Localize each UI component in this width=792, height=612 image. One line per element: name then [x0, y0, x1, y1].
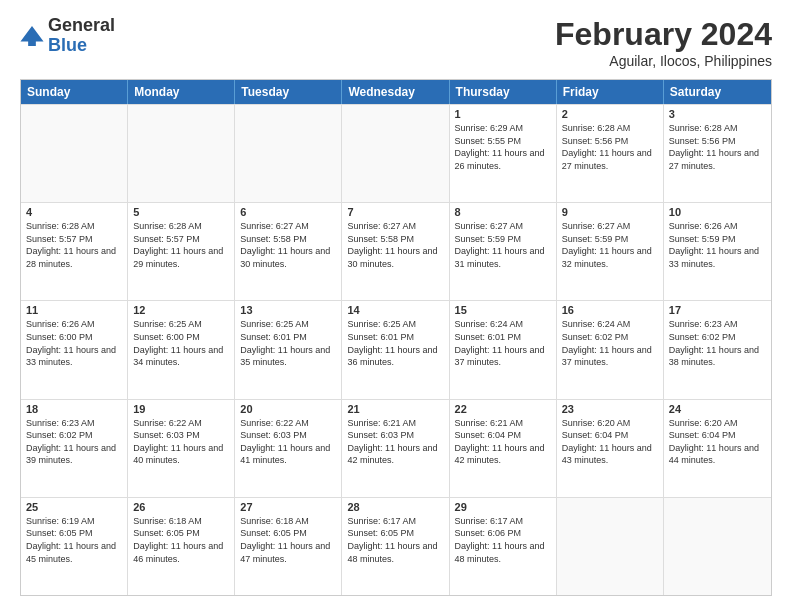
calendar-header-cell: Thursday — [450, 80, 557, 104]
calendar-cell: 17Sunrise: 6:23 AM Sunset: 6:02 PM Dayli… — [664, 301, 771, 398]
calendar-cell: 1Sunrise: 6:29 AM Sunset: 5:55 PM Daylig… — [450, 105, 557, 202]
calendar-body: 1Sunrise: 6:29 AM Sunset: 5:55 PM Daylig… — [21, 104, 771, 595]
calendar-cell: 27Sunrise: 6:18 AM Sunset: 6:05 PM Dayli… — [235, 498, 342, 595]
logo-text: General Blue — [48, 16, 115, 56]
calendar-cell: 15Sunrise: 6:24 AM Sunset: 6:01 PM Dayli… — [450, 301, 557, 398]
sun-info: Sunrise: 6:26 AM Sunset: 6:00 PM Dayligh… — [26, 318, 122, 368]
calendar-cell: 7Sunrise: 6:27 AM Sunset: 5:58 PM Daylig… — [342, 203, 449, 300]
day-number: 26 — [133, 501, 229, 513]
calendar-row: 25Sunrise: 6:19 AM Sunset: 6:05 PM Dayli… — [21, 497, 771, 595]
calendar-cell: 6Sunrise: 6:27 AM Sunset: 5:58 PM Daylig… — [235, 203, 342, 300]
calendar-cell: 2Sunrise: 6:28 AM Sunset: 5:56 PM Daylig… — [557, 105, 664, 202]
calendar-cell: 9Sunrise: 6:27 AM Sunset: 5:59 PM Daylig… — [557, 203, 664, 300]
logo-icon — [20, 26, 44, 46]
day-number: 23 — [562, 403, 658, 415]
sun-info: Sunrise: 6:26 AM Sunset: 5:59 PM Dayligh… — [669, 220, 766, 270]
calendar-header-cell: Wednesday — [342, 80, 449, 104]
calendar-cell: 23Sunrise: 6:20 AM Sunset: 6:04 PM Dayli… — [557, 400, 664, 497]
calendar: SundayMondayTuesdayWednesdayThursdayFrid… — [20, 79, 772, 596]
calendar-row: 18Sunrise: 6:23 AM Sunset: 6:02 PM Dayli… — [21, 399, 771, 497]
sun-info: Sunrise: 6:20 AM Sunset: 6:04 PM Dayligh… — [669, 417, 766, 467]
sun-info: Sunrise: 6:19 AM Sunset: 6:05 PM Dayligh… — [26, 515, 122, 565]
sun-info: Sunrise: 6:21 AM Sunset: 6:04 PM Dayligh… — [455, 417, 551, 467]
calendar-cell: 14Sunrise: 6:25 AM Sunset: 6:01 PM Dayli… — [342, 301, 449, 398]
calendar-header-cell: Tuesday — [235, 80, 342, 104]
calendar-cell: 4Sunrise: 6:28 AM Sunset: 5:57 PM Daylig… — [21, 203, 128, 300]
calendar-header-cell: Sunday — [21, 80, 128, 104]
day-number: 29 — [455, 501, 551, 513]
sun-info: Sunrise: 6:28 AM Sunset: 5:56 PM Dayligh… — [669, 122, 766, 172]
day-number: 7 — [347, 206, 443, 218]
sun-info: Sunrise: 6:18 AM Sunset: 6:05 PM Dayligh… — [240, 515, 336, 565]
calendar-cell — [21, 105, 128, 202]
calendar-cell: 26Sunrise: 6:18 AM Sunset: 6:05 PM Dayli… — [128, 498, 235, 595]
calendar-cell: 13Sunrise: 6:25 AM Sunset: 6:01 PM Dayli… — [235, 301, 342, 398]
sun-info: Sunrise: 6:24 AM Sunset: 6:01 PM Dayligh… — [455, 318, 551, 368]
sun-info: Sunrise: 6:25 AM Sunset: 6:01 PM Dayligh… — [240, 318, 336, 368]
sun-info: Sunrise: 6:24 AM Sunset: 6:02 PM Dayligh… — [562, 318, 658, 368]
day-number: 16 — [562, 304, 658, 316]
sun-info: Sunrise: 6:23 AM Sunset: 6:02 PM Dayligh… — [26, 417, 122, 467]
calendar-header: SundayMondayTuesdayWednesdayThursdayFrid… — [21, 80, 771, 104]
sun-info: Sunrise: 6:23 AM Sunset: 6:02 PM Dayligh… — [669, 318, 766, 368]
day-number: 15 — [455, 304, 551, 316]
day-number: 5 — [133, 206, 229, 218]
day-number: 1 — [455, 108, 551, 120]
day-number: 11 — [26, 304, 122, 316]
day-number: 19 — [133, 403, 229, 415]
calendar-cell: 24Sunrise: 6:20 AM Sunset: 6:04 PM Dayli… — [664, 400, 771, 497]
sun-info: Sunrise: 6:29 AM Sunset: 5:55 PM Dayligh… — [455, 122, 551, 172]
day-number: 13 — [240, 304, 336, 316]
day-number: 6 — [240, 206, 336, 218]
sun-info: Sunrise: 6:27 AM Sunset: 5:59 PM Dayligh… — [455, 220, 551, 270]
header: General Blue February 2024 Aguilar, Iloc… — [20, 16, 772, 69]
month-year: February 2024 — [555, 16, 772, 53]
calendar-cell: 3Sunrise: 6:28 AM Sunset: 5:56 PM Daylig… — [664, 105, 771, 202]
day-number: 24 — [669, 403, 766, 415]
calendar-header-cell: Saturday — [664, 80, 771, 104]
sun-info: Sunrise: 6:28 AM Sunset: 5:57 PM Dayligh… — [26, 220, 122, 270]
calendar-cell: 5Sunrise: 6:28 AM Sunset: 5:57 PM Daylig… — [128, 203, 235, 300]
sun-info: Sunrise: 6:27 AM Sunset: 5:58 PM Dayligh… — [347, 220, 443, 270]
day-number: 27 — [240, 501, 336, 513]
day-number: 3 — [669, 108, 766, 120]
calendar-cell — [664, 498, 771, 595]
sun-info: Sunrise: 6:27 AM Sunset: 5:59 PM Dayligh… — [562, 220, 658, 270]
calendar-row: 1Sunrise: 6:29 AM Sunset: 5:55 PM Daylig… — [21, 104, 771, 202]
calendar-cell — [235, 105, 342, 202]
location: Aguilar, Ilocos, Philippines — [555, 53, 772, 69]
calendar-cell — [128, 105, 235, 202]
day-number: 21 — [347, 403, 443, 415]
day-number: 8 — [455, 206, 551, 218]
sun-info: Sunrise: 6:25 AM Sunset: 6:01 PM Dayligh… — [347, 318, 443, 368]
sun-info: Sunrise: 6:22 AM Sunset: 6:03 PM Dayligh… — [240, 417, 336, 467]
calendar-header-cell: Friday — [557, 80, 664, 104]
day-number: 17 — [669, 304, 766, 316]
sun-info: Sunrise: 6:27 AM Sunset: 5:58 PM Dayligh… — [240, 220, 336, 270]
day-number: 20 — [240, 403, 336, 415]
day-number: 28 — [347, 501, 443, 513]
sun-info: Sunrise: 6:28 AM Sunset: 5:57 PM Dayligh… — [133, 220, 229, 270]
sun-info: Sunrise: 6:25 AM Sunset: 6:00 PM Dayligh… — [133, 318, 229, 368]
calendar-row: 11Sunrise: 6:26 AM Sunset: 6:00 PM Dayli… — [21, 300, 771, 398]
sun-info: Sunrise: 6:21 AM Sunset: 6:03 PM Dayligh… — [347, 417, 443, 467]
day-number: 18 — [26, 403, 122, 415]
calendar-cell: 19Sunrise: 6:22 AM Sunset: 6:03 PM Dayli… — [128, 400, 235, 497]
calendar-cell: 25Sunrise: 6:19 AM Sunset: 6:05 PM Dayli… — [21, 498, 128, 595]
calendar-cell: 18Sunrise: 6:23 AM Sunset: 6:02 PM Dayli… — [21, 400, 128, 497]
calendar-cell: 12Sunrise: 6:25 AM Sunset: 6:00 PM Dayli… — [128, 301, 235, 398]
sun-info: Sunrise: 6:20 AM Sunset: 6:04 PM Dayligh… — [562, 417, 658, 467]
logo: General Blue — [20, 16, 115, 56]
sun-info: Sunrise: 6:28 AM Sunset: 5:56 PM Dayligh… — [562, 122, 658, 172]
calendar-cell: 28Sunrise: 6:17 AM Sunset: 6:05 PM Dayli… — [342, 498, 449, 595]
calendar-cell: 11Sunrise: 6:26 AM Sunset: 6:00 PM Dayli… — [21, 301, 128, 398]
page: General Blue February 2024 Aguilar, Iloc… — [0, 0, 792, 612]
calendar-row: 4Sunrise: 6:28 AM Sunset: 5:57 PM Daylig… — [21, 202, 771, 300]
calendar-cell: 29Sunrise: 6:17 AM Sunset: 6:06 PM Dayli… — [450, 498, 557, 595]
day-number: 12 — [133, 304, 229, 316]
sun-info: Sunrise: 6:22 AM Sunset: 6:03 PM Dayligh… — [133, 417, 229, 467]
calendar-cell: 22Sunrise: 6:21 AM Sunset: 6:04 PM Dayli… — [450, 400, 557, 497]
calendar-cell: 10Sunrise: 6:26 AM Sunset: 5:59 PM Dayli… — [664, 203, 771, 300]
day-number: 10 — [669, 206, 766, 218]
calendar-cell: 20Sunrise: 6:22 AM Sunset: 6:03 PM Dayli… — [235, 400, 342, 497]
